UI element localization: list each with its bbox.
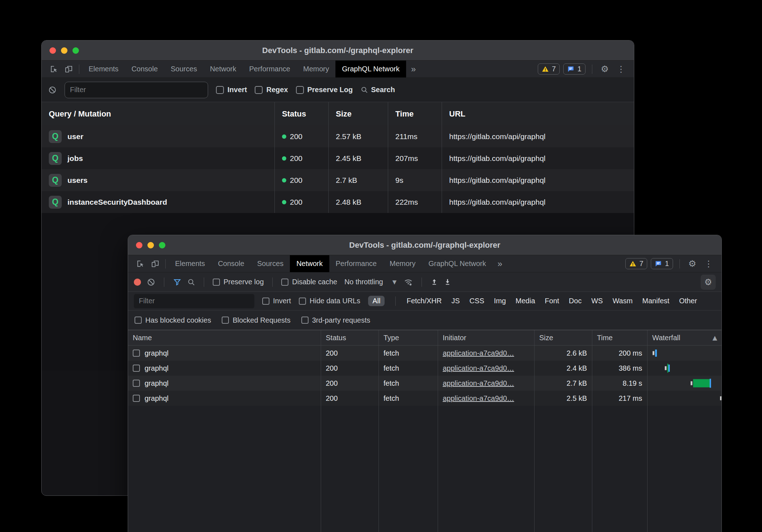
kebab-menu-icon[interactable]: ⋮ xyxy=(702,260,715,268)
more-tabs-icon[interactable]: » xyxy=(406,61,421,77)
hide-data-urls-checkbox[interactable] xyxy=(299,298,306,305)
tab-memory[interactable]: Memory xyxy=(383,255,422,272)
blocked-requests-checkbox[interactable] xyxy=(222,317,229,324)
column-header-size[interactable]: Size xyxy=(328,102,388,125)
tab-console[interactable]: Console xyxy=(211,255,250,272)
preserve-log-checkbox[interactable] xyxy=(213,279,220,286)
column-header-initiator[interactable]: Initiator xyxy=(438,330,534,345)
import-har-icon[interactable] xyxy=(431,278,438,286)
tab-graphql-network[interactable]: GraphQL Network xyxy=(422,255,492,272)
column-header-type[interactable]: Type xyxy=(378,330,438,345)
column-header-url[interactable]: URL xyxy=(442,102,634,125)
close-window-button[interactable] xyxy=(50,47,56,54)
preserve-log-checkbox[interactable] xyxy=(296,86,304,94)
table-row[interactable]: QinstanceSecurityDashboard 200 2.48 kB 2… xyxy=(42,191,634,213)
tab-graphql-network[interactable]: GraphQL Network xyxy=(335,61,406,77)
row-checkbox[interactable] xyxy=(133,395,140,402)
column-header-status[interactable]: Status xyxy=(321,330,378,345)
more-tabs-icon[interactable]: » xyxy=(493,255,507,272)
issues-badge[interactable]: 1 xyxy=(651,258,673,269)
initiator-link[interactable]: application-a7ca9d0… xyxy=(443,379,514,388)
initiator-link[interactable]: application-a7ca9d0… xyxy=(443,364,514,372)
type-filter-img[interactable]: Img xyxy=(494,297,506,305)
row-checkbox[interactable] xyxy=(133,365,140,372)
filter-input[interactable] xyxy=(65,82,208,98)
block-icon[interactable] xyxy=(48,86,57,94)
inspect-element-icon[interactable] xyxy=(47,61,61,77)
initiator-link[interactable]: application-a7ca9d0… xyxy=(443,394,514,403)
column-header-name[interactable]: Name xyxy=(128,330,321,345)
regex-checkbox[interactable] xyxy=(255,86,263,94)
device-toolbar-icon[interactable] xyxy=(148,255,163,272)
type-filter-doc[interactable]: Doc xyxy=(569,297,582,305)
tab-sources[interactable]: Sources xyxy=(164,61,203,77)
tab-memory[interactable]: Memory xyxy=(297,61,335,77)
tab-performance[interactable]: Performance xyxy=(329,255,384,272)
network-settings-button[interactable]: ⚙ xyxy=(701,275,716,290)
warnings-badge[interactable]: 7 xyxy=(538,63,560,75)
type-filter-css[interactable]: CSS xyxy=(470,297,484,305)
tab-network[interactable]: Network xyxy=(290,255,329,272)
table-row[interactable]: graphql 200 fetch application-a7ca9d0… 2… xyxy=(128,376,721,391)
network-filter-input[interactable] xyxy=(134,294,254,308)
third-party-requests-checkbox-group[interactable]: 3rd-party requests xyxy=(301,316,370,324)
minimize-window-button[interactable] xyxy=(61,47,67,54)
table-row[interactable]: Qjobs 200 2.45 kB 207ms https://gitlab.c… xyxy=(42,147,634,169)
regex-checkbox-group[interactable]: Regex xyxy=(255,86,288,94)
column-header-waterfall[interactable]: Waterfall ▲ xyxy=(647,330,721,345)
type-filter-fetch-xhr[interactable]: Fetch/XHR xyxy=(406,297,442,305)
row-checkbox[interactable] xyxy=(133,380,140,387)
tab-elements[interactable]: Elements xyxy=(82,61,125,77)
settings-gear-icon[interactable]: ⚙ xyxy=(599,65,611,73)
type-filter-all[interactable]: All xyxy=(368,296,385,306)
type-filter-other[interactable]: Other xyxy=(679,297,697,305)
type-filter-js[interactable]: JS xyxy=(451,297,460,305)
table-row[interactable]: graphql 200 fetch application-a7ca9d0… 2… xyxy=(128,361,721,376)
filter-funnel-icon[interactable] xyxy=(173,278,182,286)
settings-gear-icon[interactable]: ⚙ xyxy=(686,259,698,268)
row-checkbox[interactable] xyxy=(133,350,140,357)
type-filter-wasm[interactable]: Wasm xyxy=(612,297,632,305)
inspect-element-icon[interactable] xyxy=(133,255,148,272)
invert-checkbox[interactable] xyxy=(216,86,224,94)
table-row[interactable]: Quser 200 2.57 kB 211ms https://gitlab.c… xyxy=(42,125,634,147)
invert-checkbox-group[interactable]: Invert xyxy=(262,297,291,305)
issues-badge[interactable]: 1 xyxy=(563,63,585,75)
search-icon[interactable] xyxy=(187,278,195,286)
column-header-status[interactable]: Status xyxy=(274,102,328,125)
column-header-time[interactable]: Time xyxy=(592,330,647,345)
type-filter-font[interactable]: Font xyxy=(545,297,559,305)
minimize-window-button[interactable] xyxy=(147,242,154,248)
search-button[interactable]: Search xyxy=(361,86,395,94)
table-row[interactable]: graphql 200 fetch application-a7ca9d0… 2… xyxy=(128,346,721,361)
warnings-badge[interactable]: 7 xyxy=(625,258,647,269)
maximize-window-button[interactable] xyxy=(72,47,79,54)
kebab-menu-icon[interactable]: ⋮ xyxy=(615,65,627,73)
device-toolbar-icon[interactable] xyxy=(61,61,76,77)
tab-console[interactable]: Console xyxy=(125,61,164,77)
clear-network-log-icon[interactable] xyxy=(147,278,155,286)
tab-performance[interactable]: Performance xyxy=(243,61,297,77)
type-filter-media[interactable]: Media xyxy=(516,297,535,305)
record-network-log-button[interactable] xyxy=(134,279,141,286)
tab-sources[interactable]: Sources xyxy=(251,255,290,272)
has-blocked-cookies-checkbox-group[interactable]: Has blocked cookies xyxy=(135,316,211,324)
column-header-time[interactable]: Time xyxy=(388,102,442,125)
preserve-log-checkbox-group[interactable]: Preserve Log xyxy=(296,86,353,94)
type-filter-ws[interactable]: WS xyxy=(591,297,603,305)
preserve-log-checkbox-group[interactable]: Preserve log xyxy=(213,278,264,286)
tab-network[interactable]: Network xyxy=(203,61,243,77)
table-row[interactable]: graphql 200 fetch application-a7ca9d0… 2… xyxy=(128,391,721,406)
maximize-window-button[interactable] xyxy=(159,242,165,248)
close-window-button[interactable] xyxy=(136,242,142,248)
export-har-icon[interactable] xyxy=(444,278,451,286)
third-party-requests-checkbox[interactable] xyxy=(301,317,309,324)
type-filter-manifest[interactable]: Manifest xyxy=(642,297,669,305)
initiator-link[interactable]: application-a7ca9d0… xyxy=(443,349,514,357)
table-row[interactable]: Qusers 200 2.7 kB 9s https://gitlab.com/… xyxy=(42,169,634,191)
disable-cache-checkbox[interactable] xyxy=(281,279,288,286)
tab-elements[interactable]: Elements xyxy=(169,255,211,272)
disable-cache-checkbox-group[interactable]: Disable cache xyxy=(281,278,337,286)
invert-checkbox-group[interactable]: Invert xyxy=(216,86,247,94)
network-conditions-icon[interactable] xyxy=(404,277,413,287)
